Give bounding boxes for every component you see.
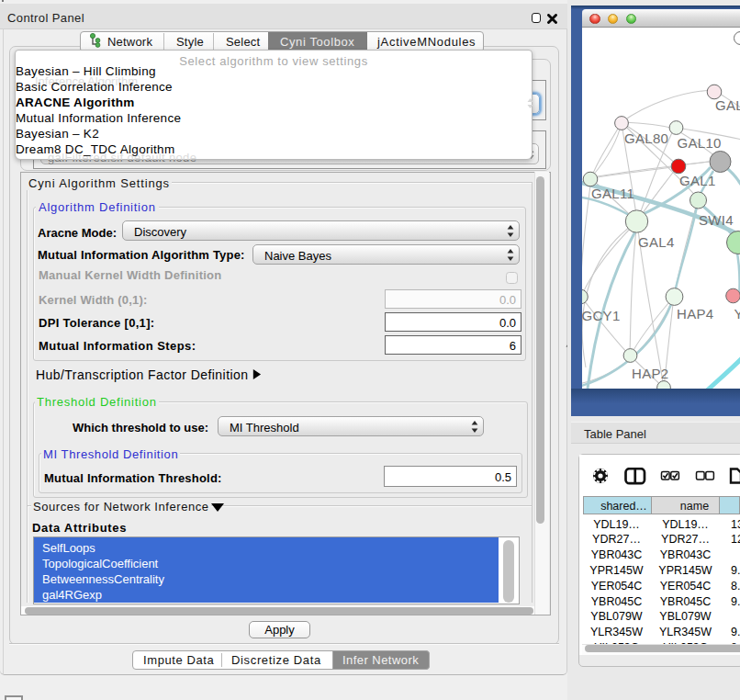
svg-text:GAL80: GAL80 bbox=[624, 130, 668, 146]
svg-text:GAL10: GAL10 bbox=[678, 135, 722, 151]
svg-text:GAL4: GAL4 bbox=[638, 234, 675, 250]
svg-text:GCY1: GCY1 bbox=[582, 308, 621, 323]
svg-text:SWI4: SWI4 bbox=[699, 212, 734, 228]
svg-text:HAP4: HAP4 bbox=[677, 306, 713, 322]
svg-text:GAL11: GAL11 bbox=[591, 186, 634, 201]
svg-text:HAP2: HAP2 bbox=[632, 366, 668, 381]
svg-text:Y: Y bbox=[734, 306, 740, 322]
svg-text:GAL7: GAL7 bbox=[715, 97, 740, 113]
svg-text:GAL1: GAL1 bbox=[679, 173, 716, 188]
